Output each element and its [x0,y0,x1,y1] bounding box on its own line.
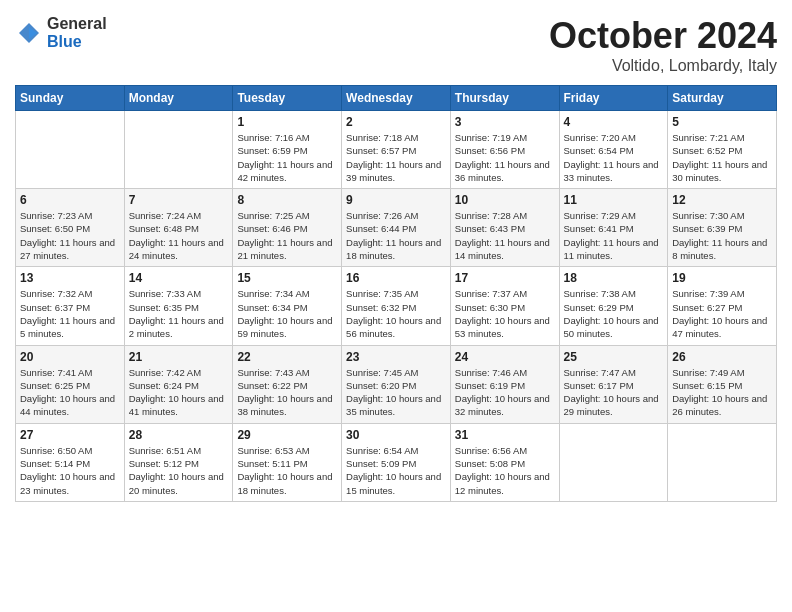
day-number: 26 [672,350,772,364]
day-cell: 2Sunrise: 7:18 AM Sunset: 6:57 PM Daylig… [342,111,451,189]
day-cell: 14Sunrise: 7:33 AM Sunset: 6:35 PM Dayli… [124,267,233,345]
day-number: 16 [346,271,446,285]
day-number: 3 [455,115,555,129]
day-cell: 25Sunrise: 7:47 AM Sunset: 6:17 PM Dayli… [559,345,668,423]
day-detail: Sunrise: 6:54 AM Sunset: 5:09 PM Dayligh… [346,444,446,497]
header-cell-thursday: Thursday [450,86,559,111]
week-row-2: 6Sunrise: 7:23 AM Sunset: 6:50 PM Daylig… [16,189,777,267]
day-number: 28 [129,428,229,442]
day-cell: 12Sunrise: 7:30 AM Sunset: 6:39 PM Dayli… [668,189,777,267]
day-cell [559,423,668,501]
day-detail: Sunrise: 7:23 AM Sunset: 6:50 PM Dayligh… [20,209,120,262]
day-number: 1 [237,115,337,129]
day-cell: 17Sunrise: 7:37 AM Sunset: 6:30 PM Dayli… [450,267,559,345]
day-detail: Sunrise: 7:25 AM Sunset: 6:46 PM Dayligh… [237,209,337,262]
day-cell: 28Sunrise: 6:51 AM Sunset: 5:12 PM Dayli… [124,423,233,501]
logo-text: General Blue [47,15,107,50]
day-cell: 8Sunrise: 7:25 AM Sunset: 6:46 PM Daylig… [233,189,342,267]
calendar-header: SundayMondayTuesdayWednesdayThursdayFrid… [16,86,777,111]
header-cell-monday: Monday [124,86,233,111]
day-detail: Sunrise: 7:28 AM Sunset: 6:43 PM Dayligh… [455,209,555,262]
day-number: 5 [672,115,772,129]
day-cell: 22Sunrise: 7:43 AM Sunset: 6:22 PM Dayli… [233,345,342,423]
day-detail: Sunrise: 7:49 AM Sunset: 6:15 PM Dayligh… [672,366,772,419]
day-number: 20 [20,350,120,364]
day-detail: Sunrise: 7:19 AM Sunset: 6:56 PM Dayligh… [455,131,555,184]
day-detail: Sunrise: 7:39 AM Sunset: 6:27 PM Dayligh… [672,287,772,340]
day-detail: Sunrise: 7:43 AM Sunset: 6:22 PM Dayligh… [237,366,337,419]
day-cell: 18Sunrise: 7:38 AM Sunset: 6:29 PM Dayli… [559,267,668,345]
day-detail: Sunrise: 6:53 AM Sunset: 5:11 PM Dayligh… [237,444,337,497]
day-detail: Sunrise: 7:34 AM Sunset: 6:34 PM Dayligh… [237,287,337,340]
day-number: 10 [455,193,555,207]
header-row: SundayMondayTuesdayWednesdayThursdayFrid… [16,86,777,111]
day-cell: 9Sunrise: 7:26 AM Sunset: 6:44 PM Daylig… [342,189,451,267]
week-row-1: 1Sunrise: 7:16 AM Sunset: 6:59 PM Daylig… [16,111,777,189]
day-detail: Sunrise: 7:37 AM Sunset: 6:30 PM Dayligh… [455,287,555,340]
day-detail: Sunrise: 7:29 AM Sunset: 6:41 PM Dayligh… [564,209,664,262]
logo-general: General [47,15,107,33]
day-detail: Sunrise: 7:38 AM Sunset: 6:29 PM Dayligh… [564,287,664,340]
day-cell: 13Sunrise: 7:32 AM Sunset: 6:37 PM Dayli… [16,267,125,345]
day-number: 22 [237,350,337,364]
day-detail: Sunrise: 7:16 AM Sunset: 6:59 PM Dayligh… [237,131,337,184]
day-cell: 7Sunrise: 7:24 AM Sunset: 6:48 PM Daylig… [124,189,233,267]
day-number: 27 [20,428,120,442]
day-cell: 20Sunrise: 7:41 AM Sunset: 6:25 PM Dayli… [16,345,125,423]
logo: General Blue [15,15,107,50]
day-detail: Sunrise: 7:24 AM Sunset: 6:48 PM Dayligh… [129,209,229,262]
week-row-3: 13Sunrise: 7:32 AM Sunset: 6:37 PM Dayli… [16,267,777,345]
day-cell: 23Sunrise: 7:45 AM Sunset: 6:20 PM Dayli… [342,345,451,423]
day-detail: Sunrise: 7:41 AM Sunset: 6:25 PM Dayligh… [20,366,120,419]
day-detail: Sunrise: 7:20 AM Sunset: 6:54 PM Dayligh… [564,131,664,184]
day-detail: Sunrise: 7:33 AM Sunset: 6:35 PM Dayligh… [129,287,229,340]
calendar-body: 1Sunrise: 7:16 AM Sunset: 6:59 PM Daylig… [16,111,777,502]
day-number: 31 [455,428,555,442]
calendar-title: October 2024 [549,15,777,57]
title-area: October 2024 Voltido, Lombardy, Italy [549,15,777,75]
day-number: 8 [237,193,337,207]
day-number: 15 [237,271,337,285]
day-cell: 29Sunrise: 6:53 AM Sunset: 5:11 PM Dayli… [233,423,342,501]
day-cell [16,111,125,189]
day-cell: 15Sunrise: 7:34 AM Sunset: 6:34 PM Dayli… [233,267,342,345]
day-detail: Sunrise: 7:35 AM Sunset: 6:32 PM Dayligh… [346,287,446,340]
day-number: 13 [20,271,120,285]
day-cell: 26Sunrise: 7:49 AM Sunset: 6:15 PM Dayli… [668,345,777,423]
day-detail: Sunrise: 7:21 AM Sunset: 6:52 PM Dayligh… [672,131,772,184]
day-detail: Sunrise: 7:46 AM Sunset: 6:19 PM Dayligh… [455,366,555,419]
header-cell-sunday: Sunday [16,86,125,111]
day-cell: 4Sunrise: 7:20 AM Sunset: 6:54 PM Daylig… [559,111,668,189]
day-number: 23 [346,350,446,364]
day-number: 14 [129,271,229,285]
day-detail: Sunrise: 7:18 AM Sunset: 6:57 PM Dayligh… [346,131,446,184]
day-detail: Sunrise: 7:26 AM Sunset: 6:44 PM Dayligh… [346,209,446,262]
day-detail: Sunrise: 6:56 AM Sunset: 5:08 PM Dayligh… [455,444,555,497]
header-cell-saturday: Saturday [668,86,777,111]
day-number: 6 [20,193,120,207]
header-cell-friday: Friday [559,86,668,111]
day-cell [668,423,777,501]
day-number: 4 [564,115,664,129]
day-number: 12 [672,193,772,207]
day-cell: 10Sunrise: 7:28 AM Sunset: 6:43 PM Dayli… [450,189,559,267]
day-cell: 21Sunrise: 7:42 AM Sunset: 6:24 PM Dayli… [124,345,233,423]
day-detail: Sunrise: 6:50 AM Sunset: 5:14 PM Dayligh… [20,444,120,497]
day-detail: Sunrise: 7:30 AM Sunset: 6:39 PM Dayligh… [672,209,772,262]
header-cell-wednesday: Wednesday [342,86,451,111]
calendar-subtitle: Voltido, Lombardy, Italy [549,57,777,75]
day-number: 29 [237,428,337,442]
day-detail: Sunrise: 6:51 AM Sunset: 5:12 PM Dayligh… [129,444,229,497]
day-cell: 1Sunrise: 7:16 AM Sunset: 6:59 PM Daylig… [233,111,342,189]
day-detail: Sunrise: 7:42 AM Sunset: 6:24 PM Dayligh… [129,366,229,419]
week-row-4: 20Sunrise: 7:41 AM Sunset: 6:25 PM Dayli… [16,345,777,423]
day-detail: Sunrise: 7:45 AM Sunset: 6:20 PM Dayligh… [346,366,446,419]
day-number: 19 [672,271,772,285]
day-number: 24 [455,350,555,364]
day-cell: 30Sunrise: 6:54 AM Sunset: 5:09 PM Dayli… [342,423,451,501]
day-number: 30 [346,428,446,442]
day-number: 7 [129,193,229,207]
day-number: 21 [129,350,229,364]
calendar-table: SundayMondayTuesdayWednesdayThursdayFrid… [15,85,777,502]
day-cell: 16Sunrise: 7:35 AM Sunset: 6:32 PM Dayli… [342,267,451,345]
